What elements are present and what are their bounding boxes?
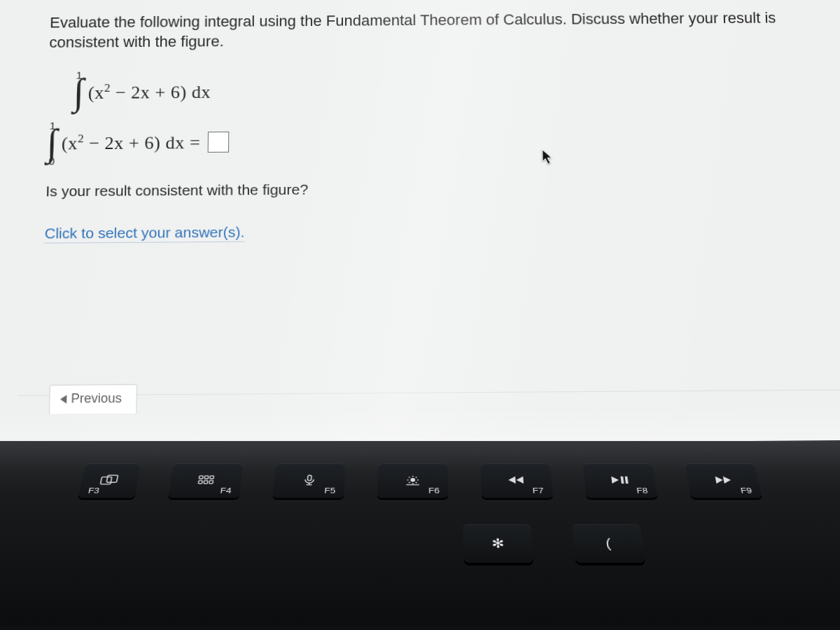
content-divider <box>18 389 840 396</box>
previous-button[interactable]: Previous <box>49 384 137 414</box>
svg-rect-18 <box>625 477 629 484</box>
svg-rect-3 <box>199 476 203 479</box>
chevron-left-icon <box>60 395 67 403</box>
integral-sign-icon: 1 ∫ 0 <box>46 120 58 166</box>
mouse-cursor-icon <box>542 149 555 166</box>
key-label: F6 <box>428 486 440 495</box>
key-label: F5 <box>324 486 335 495</box>
keyboard: F3 F4 <box>0 441 840 625</box>
svg-rect-6 <box>198 481 202 484</box>
key-label: F4 <box>220 486 232 495</box>
f5-key[interactable]: F5 <box>272 463 345 498</box>
svg-marker-20 <box>723 477 732 484</box>
svg-rect-2 <box>106 475 118 482</box>
mission-control-icon <box>99 473 120 486</box>
paren-key[interactable]: ( <box>572 524 645 563</box>
key-glyph: ( <box>605 537 611 550</box>
select-answer-link[interactable]: Click to select your answer(s). <box>44 223 244 243</box>
svg-rect-7 <box>204 481 208 484</box>
f8-key[interactable]: F8 <box>582 463 657 498</box>
number-key-row: ✻ ( <box>0 524 840 563</box>
grid-icon <box>197 473 215 486</box>
previous-button-label: Previous <box>71 391 122 406</box>
svg-rect-8 <box>209 481 214 484</box>
f4-key[interactable]: F4 <box>168 463 243 498</box>
mic-icon <box>302 473 317 486</box>
fast-forward-icon <box>713 473 733 486</box>
f7-key[interactable]: F7 <box>480 463 553 498</box>
svg-marker-16 <box>611 477 620 484</box>
svg-rect-4 <box>204 476 209 479</box>
rewind-icon <box>507 473 526 486</box>
focus-icon <box>405 473 421 486</box>
svg-point-12 <box>411 479 414 482</box>
integral-sign-icon: 1 ∫ . <box>73 70 84 115</box>
key-label: F7 <box>532 486 544 495</box>
play-pause-icon <box>610 473 629 486</box>
asterisk-key[interactable]: ✻ <box>463 524 533 563</box>
question-prompt: Evaluate the following integral using th… <box>49 8 808 52</box>
question-content: Evaluate the following integral using th… <box>0 0 840 244</box>
f3-key[interactable]: F3 <box>78 463 141 498</box>
lower-limit: 0 <box>48 155 55 166</box>
key-label: F8 <box>636 486 648 495</box>
integral-answer-line: 1 ∫ 0 (x2 − 2x + 6) dx = <box>46 115 825 166</box>
sub-question: Is your result consistent with the figur… <box>46 177 827 200</box>
laptop-photo: Evaluate the following integral using th… <box>0 0 840 630</box>
key-label: F3 <box>88 486 100 495</box>
laptop-screen: Evaluate the following integral using th… <box>0 0 840 447</box>
svg-marker-0 <box>542 150 552 164</box>
svg-rect-1 <box>100 477 111 484</box>
f6-key[interactable]: F6 <box>377 463 449 498</box>
svg-marker-14 <box>508 477 516 484</box>
svg-marker-15 <box>516 477 524 484</box>
integrand-answer: (x2 − 2x + 6) dx = <box>62 131 201 154</box>
key-glyph: ✻ <box>491 537 504 550</box>
function-key-row: F3 F4 <box>0 442 840 498</box>
key-label: F9 <box>740 486 752 495</box>
integral-display: 1 ∫ . (x2 − 2x + 6) dx <box>73 65 823 115</box>
f9-key[interactable]: F9 <box>685 463 762 498</box>
svg-rect-5 <box>210 476 214 479</box>
svg-marker-19 <box>715 477 724 484</box>
integrand: (x2 − 2x + 6) dx <box>88 80 211 103</box>
svg-rect-17 <box>620 477 624 484</box>
answer-input[interactable] <box>207 132 229 153</box>
svg-rect-9 <box>307 475 312 481</box>
